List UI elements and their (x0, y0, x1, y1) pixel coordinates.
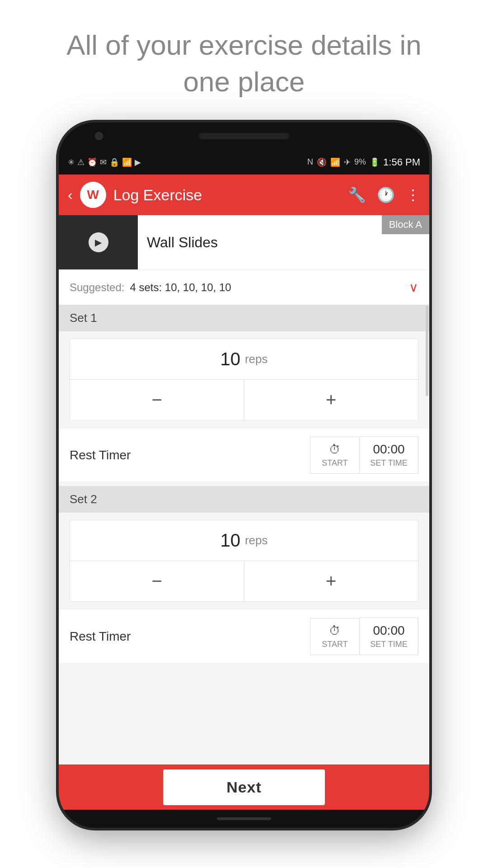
nfc-icon: N (307, 157, 313, 167)
battery-pct: 9% (354, 157, 366, 167)
suggested-value: 4 sets: 10, 10, 10, 10 (130, 281, 404, 294)
set-2-decrement-button[interactable]: − (70, 561, 244, 601)
speaker-grille (199, 133, 289, 139)
set-1-reps-unit: reps (245, 352, 268, 366)
set-2-reps-unit: reps (245, 533, 268, 547)
rest-timer-2-label: Rest Timer (70, 629, 310, 644)
status-icon-play: ▶ (135, 157, 141, 167)
status-icon-signal: 📶 (122, 157, 132, 167)
home-indicator (217, 817, 271, 820)
set-1-stepper-row: − + (70, 380, 418, 420)
play-button[interactable]: ▶ (89, 232, 108, 252)
suggested-label: Suggested: (70, 281, 124, 294)
content-area: ▶ Wall Slides Block A Suggested: 4 sets:… (59, 215, 429, 764)
chevron-down-icon[interactable]: ∨ (409, 280, 418, 295)
set-1-reps-row: 10 reps (70, 339, 418, 380)
app-logo: W (80, 182, 106, 208)
back-button[interactable]: ‹ (68, 187, 73, 203)
history-icon[interactable]: 🕐 (377, 186, 395, 203)
set-1-reps-value: 10 (220, 349, 240, 369)
status-icon-alarm: ⏰ (87, 157, 97, 167)
scroll-indicator (426, 306, 428, 396)
wifi-icon: 📶 (330, 157, 340, 167)
app-bar-icons: 🔧 🕐 ⋮ (348, 186, 420, 203)
rest-timer-1-set-time-button[interactable]: 00:00 SET TIME (360, 436, 418, 474)
timer-start-icon: ⏱ (329, 443, 341, 457)
next-button[interactable]: Next (163, 769, 325, 805)
set-1-card: 10 reps − + (70, 339, 418, 420)
exercise-thumbnail[interactable]: ▶ (59, 215, 138, 269)
set-2-increment-button[interactable]: + (244, 561, 418, 601)
rest-timer-2-row: Rest Timer ⏱ START 00:00 SET TIME (59, 609, 429, 664)
wrench-icon[interactable]: 🔧 (348, 186, 366, 203)
block-badge: Block A (382, 215, 429, 234)
phone-shell: ✳ ⚠ ⏰ ✉ 🔒 📶 ▶ N 🔇 📶 ✈ 9% 🔋 1:56 PM ‹ W L… (59, 123, 429, 828)
bottom-bar: Next (59, 764, 429, 810)
status-icon-lock: 🔒 (109, 157, 119, 167)
set-2-stepper-row: − + (70, 561, 418, 601)
more-icon[interactable]: ⋮ (406, 186, 420, 203)
set-1-increment-button[interactable]: + (244, 380, 418, 420)
status-time: 1:56 PM (383, 156, 420, 168)
status-icons-left: ✳ ⚠ ⏰ ✉ 🔒 📶 ▶ (68, 157, 141, 167)
rest-timer-1-row: Rest Timer ⏱ START 00:00 SET TIME (59, 428, 429, 482)
status-icon-alert: ⚠ (77, 157, 84, 167)
app-bar-title: Log Exercise (113, 186, 341, 204)
timer-start-label-2: START (322, 640, 347, 649)
status-icon-sun: ✳ (68, 157, 75, 167)
battery-icon: 🔋 (370, 157, 380, 167)
rest-timer-1-start-button[interactable]: ⏱ START (310, 437, 360, 474)
timer-time-value-2: 00:00 (373, 623, 404, 638)
rest-timer-1-label: Rest Timer (70, 448, 310, 462)
timer-set-time-label-1: SET TIME (370, 458, 407, 468)
page-header: All of your exercise details inone place (0, 0, 488, 123)
set-2-reps-row: 10 reps (70, 520, 418, 561)
suggested-row: Suggested: 4 sets: 10, 10, 10, 10 ∨ (59, 269, 429, 305)
set-1-decrement-button[interactable]: − (70, 380, 244, 420)
phone-bottom (59, 810, 429, 828)
rest-timer-2-start-button[interactable]: ⏱ START (310, 618, 360, 655)
phone-top (59, 123, 429, 150)
timer-set-time-label-2: SET TIME (370, 640, 407, 649)
set-2-reps-value: 10 (220, 530, 240, 551)
status-icon-mail: ✉ (100, 157, 107, 167)
set-2-card: 10 reps − + (70, 520, 418, 602)
exercise-header: ▶ Wall Slides Block A (59, 215, 429, 269)
set-1-header: Set 1 (59, 305, 429, 331)
status-icons-right: N 🔇 📶 ✈ 9% 🔋 1:56 PM (307, 156, 420, 168)
timer-start-label: START (322, 458, 347, 468)
timer-time-value-1: 00:00 (373, 442, 404, 457)
mute-icon: 🔇 (317, 157, 327, 167)
set-2-header: Set 2 (59, 486, 429, 513)
timer-start-icon-2: ⏱ (329, 624, 341, 638)
status-bar: ✳ ⚠ ⏰ ✉ 🔒 📶 ▶ N 🔇 📶 ✈ 9% 🔋 1:56 PM (59, 150, 429, 175)
exercise-name: Wall Slides (138, 234, 227, 251)
airplane-icon: ✈ (344, 157, 351, 167)
front-camera (95, 132, 103, 140)
rest-timer-2-set-time-button[interactable]: 00:00 SET TIME (360, 618, 418, 655)
app-bar: ‹ W Log Exercise 🔧 🕐 ⋮ (59, 175, 429, 215)
